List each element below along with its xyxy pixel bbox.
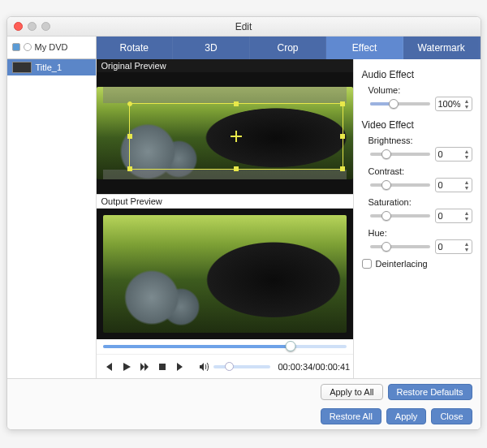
tab-rotate[interactable]: Rotate [97,37,174,59]
deinterlacing-label: Deinterlacing [376,259,428,269]
deinterlacing-row[interactable]: Deinterlacing [362,259,472,269]
hue-slider[interactable] [370,245,430,248]
prev-button[interactable] [103,361,114,373]
disc-selector[interactable]: My DVD [7,36,97,59]
brightness-slider[interactable] [370,153,430,156]
volume-icon[interactable] [199,361,210,373]
seek-thumb-icon[interactable] [285,341,295,351]
edit-window: Edit My DVD Rotate 3D Crop Effect Waterm… [6,16,481,430]
titlebar: Edit [7,17,481,37]
radio-icon [24,43,32,51]
video-effect-section: Video Effect [362,119,472,131]
audio-volume-spin[interactable]: 100%▲▼ [435,97,472,111]
saturation-slider[interactable] [370,214,430,218]
restore-defaults-button[interactable]: Restore Defaults [388,384,472,400]
audio-effect-section: Audio Effect [362,69,472,80]
sidebar-item-label: Title_1 [36,62,62,72]
restore-all-button[interactable]: Restore All [321,408,381,424]
footer: Apply to All Restore Defaults Restore Al… [7,378,481,429]
original-preview[interactable] [97,72,353,194]
contrast-label: Contrast: [368,166,472,176]
hue-spin[interactable]: 0▲▼ [435,239,472,254]
minimize-window-icon [28,22,37,31]
play-button[interactable] [121,361,132,373]
brightness-label: Brightness: [368,136,472,145]
sidebar-item-title[interactable]: Title_1 [7,59,96,75]
saturation-label: Saturation: [368,197,472,207]
output-preview [97,209,353,339]
window-title: Edit [7,21,481,32]
preview-column: Original Preview Output Preview [97,59,353,378]
progress-bar-row [97,339,353,354]
original-preview-label: Original Preview [97,59,353,72]
effects-panel: Audio Effect Volume: 100%▲▼ Video Effect… [353,59,481,378]
stop-button[interactable] [157,361,168,373]
tab-crop[interactable]: Crop [250,37,327,59]
audio-volume-slider[interactable] [370,102,430,106]
volume-slider[interactable] [213,365,270,368]
apply-to-all-button[interactable]: Apply to All [321,384,382,400]
deinterlacing-checkbox[interactable] [362,259,372,269]
contrast-spin[interactable]: 0▲▼ [435,178,472,192]
contrast-slider[interactable] [370,183,430,187]
saturation-spin[interactable]: 0▲▼ [435,209,472,223]
zoom-window-icon [41,22,50,31]
output-preview-label: Output Preview [97,194,353,209]
checkbox-icon [12,43,20,51]
fast-forward-button[interactable] [139,361,150,373]
hue-label: Hue: [368,228,472,238]
time-display: 00:00:34/00:00:41 [278,362,351,372]
volume-thumb-icon[interactable] [225,362,234,371]
close-window-icon[interactable] [14,22,23,31]
tab-3d[interactable]: 3D [173,37,250,59]
next-button[interactable] [175,361,186,373]
seek-slider[interactable] [103,345,347,348]
title-thumbnail-icon [12,62,32,73]
tab-watermark[interactable]: Watermark [403,37,481,59]
brightness-spin[interactable]: 0▲▼ [435,147,472,162]
volume-label: Volume: [368,85,472,95]
playback-controls: 00:00:34/00:00:41 [97,354,353,378]
close-button[interactable]: Close [431,408,472,424]
tab-effect[interactable]: Effect [326,37,403,59]
tab-bar: My DVD Rotate 3D Crop Effect Watermark [7,37,481,59]
disc-label: My DVD [35,42,68,52]
apply-button[interactable]: Apply [386,408,427,424]
svg-rect-0 [159,364,166,370]
title-sidebar: Title_1 [7,59,97,378]
